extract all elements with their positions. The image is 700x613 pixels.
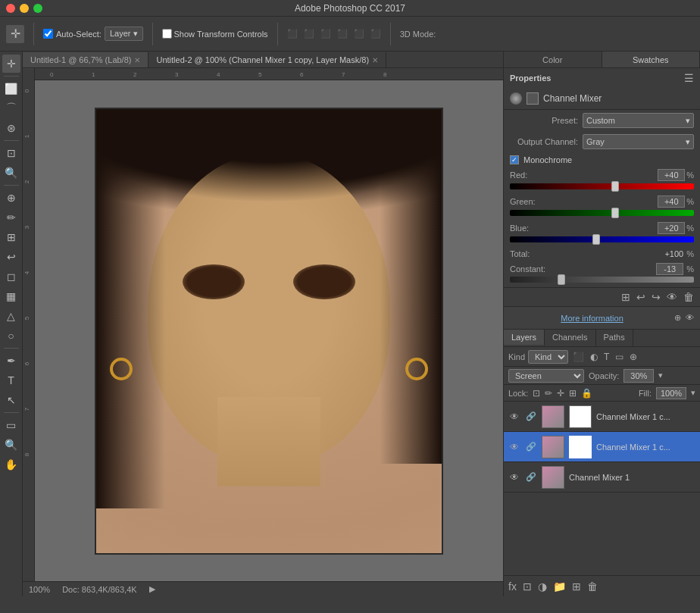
align-top[interactable]: ⬛	[337, 29, 348, 39]
layer-visibility-3[interactable]: 👁	[508, 471, 520, 483]
tab-close-1[interactable]: ✕	[134, 56, 140, 64]
fx-icon[interactable]: fx	[508, 580, 517, 593]
new-group-icon[interactable]: 📁	[553, 580, 566, 593]
blue-value-input[interactable]	[658, 222, 685, 234]
toolbar-separator-4	[390, 23, 391, 45]
path-select-tool[interactable]: ↖	[2, 391, 20, 409]
layers-tab-paths[interactable]: Paths	[596, 330, 633, 346]
tab-untitled1[interactable]: Untitled-1 @ 66,7% (Lab/8) ✕	[23, 52, 148, 67]
layer-visibility-2[interactable]: 👁	[508, 441, 520, 453]
dodge-tool[interactable]: ○	[2, 327, 20, 345]
hand-tool[interactable]: ✋	[2, 455, 20, 474]
align-center-h[interactable]: ⬛	[304, 29, 314, 39]
constant-slider-track[interactable]	[510, 277, 694, 283]
lock-paint[interactable]: ✏	[545, 388, 552, 399]
marquee-tool[interactable]: ⬜	[2, 80, 20, 98]
brush-tool[interactable]: ✏	[2, 208, 20, 227]
tab-close-2[interactable]: ✕	[372, 56, 378, 64]
green-value-input[interactable]	[658, 195, 685, 208]
nav-arrow[interactable]: ▶	[149, 584, 155, 594]
svg-text:2: 2	[23, 180, 30, 183]
new-layer-icon[interactable]: ⊞	[572, 580, 581, 593]
layer-visibility-1[interactable]: 👁	[508, 411, 520, 423]
gradient-tool[interactable]: ▦	[2, 287, 20, 305]
opacity-input[interactable]	[623, 369, 654, 383]
svg-text:5: 5	[258, 71, 262, 78]
preset-select[interactable]: Custom ▾	[583, 113, 694, 128]
quick-select-tool[interactable]: ⊛	[2, 119, 20, 137]
filter-shape-icon[interactable]: ▭	[614, 352, 625, 362]
constant-value-input[interactable]	[656, 263, 683, 275]
delete-layer-icon[interactable]: 🗑	[587, 580, 598, 593]
clip-mask-icon[interactable]: ⊞	[621, 291, 630, 303]
filter-type-icon[interactable]: T	[602, 352, 611, 362]
list-item[interactable]: 👁 🔗 Channel Mixer 1 c...	[504, 402, 700, 432]
list-item[interactable]: 👁 🔗 Channel Mixer 1	[504, 462, 700, 493]
panel-tab-swatches[interactable]: Swatches	[602, 52, 701, 67]
close-button[interactable]	[6, 4, 15, 13]
clone-tool[interactable]: ⊞	[2, 228, 20, 246]
output-channel-select[interactable]: Gray ▾	[583, 134, 694, 149]
new-fill-icon[interactable]: ◑	[538, 580, 547, 593]
eyedropper-tool[interactable]: 🔍	[2, 164, 20, 182]
type-tool[interactable]: T	[2, 371, 20, 389]
auto-select-checkbox[interactable]	[43, 29, 53, 39]
kind-select[interactable]: Kind	[528, 350, 568, 364]
filter-smart-icon[interactable]: ⊕	[628, 352, 639, 362]
more-info-icon-2[interactable]: 👁	[686, 313, 694, 323]
blend-mode-select[interactable]: Screen	[508, 369, 584, 383]
align-right[interactable]: ⬛	[320, 29, 331, 39]
rectangle-tool[interactable]: ▭	[2, 416, 20, 434]
move-tool-btn[interactable]: ✛	[2, 55, 20, 73]
blue-slider-track[interactable]	[510, 236, 694, 242]
lock-transparency[interactable]: ⊡	[533, 388, 540, 399]
red-slider-thumb[interactable]	[611, 181, 619, 192]
align-bottom[interactable]: ⬛	[370, 29, 381, 39]
crop-tool[interactable]: ⊡	[2, 144, 20, 162]
layer-dropdown[interactable]: Layer ▾	[105, 27, 143, 41]
green-slider-thumb[interactable]	[611, 208, 619, 218]
lock-move[interactable]: ✛	[557, 388, 564, 399]
blur-tool[interactable]: △	[2, 307, 20, 325]
undo-icon[interactable]: ↩	[636, 291, 645, 303]
more-info-link[interactable]: More information	[561, 314, 623, 323]
filter-pixel-icon[interactable]: ⬛	[571, 352, 586, 362]
zoom-tool[interactable]: 🔍	[2, 436, 20, 454]
healing-tool[interactable]: ⊕	[2, 189, 20, 207]
layers-tab-layers[interactable]: Layers	[504, 330, 545, 346]
tab-untitled2[interactable]: Untitled-2 @ 100% (Channel Mixer 1 copy,…	[148, 52, 386, 67]
green-slider-track[interactable]	[510, 210, 694, 216]
total-value: +100	[664, 249, 683, 258]
view-icon[interactable]: 👁	[667, 291, 677, 303]
align-center-v[interactable]: ⬛	[354, 29, 364, 39]
layers-tab-layers-label: Layers	[511, 333, 536, 342]
minimize-button[interactable]	[20, 4, 29, 13]
fill-arrow[interactable]: ▾	[691, 388, 695, 398]
maximize-button[interactable]	[33, 4, 42, 13]
constant-slider-thumb[interactable]	[558, 274, 565, 285]
list-item[interactable]: 👁 🔗 Channel Mixer 1 c...	[504, 432, 700, 462]
lock-all[interactable]: 🔒	[581, 388, 592, 399]
lasso-tool[interactable]: ⌒	[2, 99, 20, 117]
red-value-input[interactable]	[658, 169, 685, 181]
filter-adj-icon[interactable]: ◐	[589, 352, 599, 362]
panel-tab-color[interactable]: Color	[504, 52, 602, 67]
more-info-icon-1[interactable]: ⊕	[674, 313, 681, 323]
history-brush[interactable]: ↩	[2, 248, 20, 266]
move-tool[interactable]: ✛	[6, 25, 24, 43]
opacity-arrow[interactable]: ▾	[658, 371, 663, 380]
blue-slider-thumb[interactable]	[592, 234, 600, 245]
properties-menu-btn[interactable]: ☰	[684, 72, 694, 84]
pen-tool[interactable]: ✒	[2, 352, 20, 370]
red-slider-track[interactable]	[510, 183, 694, 189]
layers-tab-channels[interactable]: Channels	[545, 330, 595, 346]
eraser-tool[interactable]: ◻	[2, 267, 20, 286]
monochrome-checkbox[interactable]	[510, 155, 519, 164]
show-transform-checkbox[interactable]	[162, 29, 172, 39]
lock-artboard[interactable]: ⊞	[569, 388, 577, 399]
redo-icon[interactable]: ↪	[652, 291, 661, 303]
align-left[interactable]: ⬛	[287, 29, 298, 39]
delete-adj-icon[interactable]: 🗑	[683, 291, 694, 303]
fill-input[interactable]	[656, 387, 686, 399]
add-mask-icon[interactable]: ⊡	[523, 580, 532, 593]
